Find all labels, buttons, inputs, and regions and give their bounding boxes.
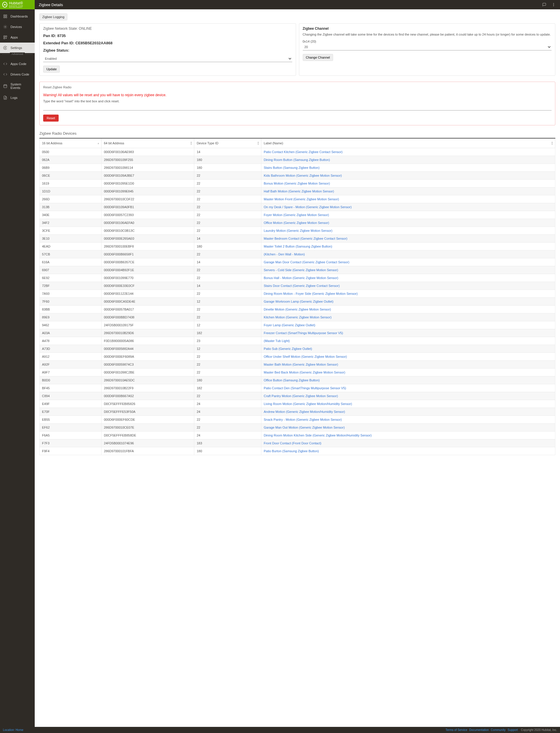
nav-settings[interactable]: Settings xyxy=(0,43,35,53)
device-link[interactable]: Patio Sub (Generic Zigbee Outlet) xyxy=(264,347,312,351)
cell-64bit: 000D6F000E33E0CF xyxy=(101,282,194,290)
cell-type: 24 xyxy=(194,408,261,416)
device-link[interactable]: Dining Room Button (Samsung Zigbee Butto… xyxy=(264,158,330,162)
device-link[interactable]: Master Motion Front (Generic Zigbee Moti… xyxy=(264,197,339,201)
nav-apps[interactable]: Apps xyxy=(0,32,35,43)
cell-type: 22 xyxy=(194,306,261,314)
devices-table: 16 bit Address▲ 64 bit Address▲▼ Device … xyxy=(39,138,555,455)
nav-dashboards[interactable]: Dashboards xyxy=(0,11,35,22)
device-link[interactable]: Master Bed Back Motion (Generic Zigbee M… xyxy=(264,370,345,374)
nav-drivers-code[interactable]: Drivers Code xyxy=(0,69,35,80)
col-64bit[interactable]: 64 bit Address▲▼ xyxy=(101,138,194,148)
device-link[interactable]: Servers - Cold Side (Generic Zigbee Moti… xyxy=(264,268,338,272)
device-link[interactable]: Foyer Motion (Generic Zigbee Motion Sens… xyxy=(264,213,329,217)
col-label[interactable]: Label (Name)▲▼ xyxy=(261,138,555,148)
apps-icon xyxy=(3,35,8,40)
nav-apps-code[interactable]: Apps Code xyxy=(0,59,35,69)
cell-type: 22 xyxy=(194,424,261,431)
chat-icon[interactable] xyxy=(542,2,547,7)
device-link[interactable]: Bonus Motion (Generic Zigbee Motion Sens… xyxy=(264,182,330,185)
cell-16bit: 57CB xyxy=(40,251,101,258)
cell-64bit: 286D9700010B29D6 xyxy=(101,329,194,337)
device-link[interactable]: Master Bath Motion (Generic Zigbee Motio… xyxy=(264,363,338,366)
zigbee-logging-button[interactable]: Zigbee Logging xyxy=(39,13,67,20)
device-link[interactable]: Dining Room Motion - Foyer Side (Generic… xyxy=(264,292,358,295)
device-link[interactable]: On my Desk / Spare - Motion (Generic Zig… xyxy=(264,205,351,209)
location-label: Location: Home xyxy=(3,728,23,732)
cell-64bit: 000D6F001099E845 xyxy=(101,188,194,195)
reset-warning: Warning! All values will be reset and yo… xyxy=(43,93,552,97)
cell-16bit: A9F7 xyxy=(40,368,101,376)
device-link[interactable]: (Master Tub Light) xyxy=(264,339,290,343)
device-link[interactable]: Dining Room Motion Kitchen Side (Generic… xyxy=(264,433,372,437)
device-link[interactable]: Kids Bathroom Motion (Generic Zigbee Mot… xyxy=(264,174,342,177)
channel-select[interactable]: 20 xyxy=(303,44,552,50)
device-link[interactable]: Dinette Motion (Generic Zigbee Motion Se… xyxy=(264,308,331,311)
device-link[interactable]: Freezer Contact (SmartThings Multipurpos… xyxy=(264,331,343,335)
table-row: 616A000D6F000B6357CE14Garage Man Door Co… xyxy=(40,258,555,266)
footer-community[interactable]: Community xyxy=(491,728,506,732)
device-link[interactable]: Office Under Shelf Motion (Generic Zigbe… xyxy=(264,355,347,358)
logo-icon xyxy=(2,2,7,8)
status-select[interactable]: Enabled xyxy=(43,55,292,62)
cell-type: 22 xyxy=(194,368,261,376)
nav-divider-advanced: Advanced xyxy=(2,54,32,57)
device-link[interactable]: Andrew Motion (Generic Zigbee Motion/Hum… xyxy=(264,410,345,413)
device-link[interactable]: Office Motion (Generic Zigbee Motion Sen… xyxy=(264,221,329,225)
cell-type: 22 xyxy=(194,392,261,400)
device-link[interactable]: Patio Contact Den (SmartThings Multipurp… xyxy=(264,386,346,390)
cell-64bit: 24FD5B0001074E96 xyxy=(101,439,194,447)
col-16bit[interactable]: 16 bit Address▲ xyxy=(40,138,101,148)
device-link[interactable]: Half Bath Motion (Generic Zigbee Motion … xyxy=(264,190,334,193)
col-type[interactable]: Device Type ID▲▼ xyxy=(194,138,261,148)
cell-type: 14 xyxy=(194,148,261,156)
table-row: 89E9000D6F000BBD743822Kitchen Motion (Ge… xyxy=(40,314,555,321)
brand-logo[interactable]: Hubitat® ELEVATE YOUR ENVIRONMENT xyxy=(0,0,35,9)
device-link[interactable]: Office Button (Samsung Zigbee Button) xyxy=(264,378,320,382)
device-link[interactable]: Master Toilet 2 Button (Samsung Zigbee B… xyxy=(264,245,332,248)
device-link[interactable]: Stairs Door Contact (Generic Zigbee Cont… xyxy=(264,284,339,288)
device-link[interactable]: Garage Workroom Lamp (Generic Zigbee Out… xyxy=(264,300,333,303)
nav-logs[interactable]: Logs xyxy=(0,92,35,103)
device-link[interactable]: Snack Pantry - Motion (Generic Zigbee Mo… xyxy=(264,418,342,421)
footer-docs[interactable]: Documentation xyxy=(469,728,489,732)
cell-type: 22 xyxy=(194,195,261,203)
device-link[interactable]: Patio Burton (Samsung Zigbee Button) xyxy=(264,449,319,453)
device-link[interactable]: Bonus Hall - Motion (Generic Zigbee Moti… xyxy=(264,276,338,280)
device-link[interactable]: Craft Pantry Motion (Generic Zigbee Moti… xyxy=(264,394,338,398)
cell-64bit: 000D6F000B667A52 xyxy=(101,392,194,400)
table-row: 1619000D6F001095E1D022Bonus Motion (Gene… xyxy=(40,180,555,188)
code-icon xyxy=(3,62,8,66)
device-link[interactable]: Master Bedroom Contact (Generic Zigbee C… xyxy=(264,237,347,240)
location-link[interactable]: Home xyxy=(15,728,23,732)
cell-type: 22 xyxy=(194,361,261,368)
reset-input[interactable] xyxy=(43,105,552,111)
device-link[interactable]: Garage Man Door Contact (Generic Zigbee … xyxy=(264,260,349,264)
settings-icon xyxy=(3,46,8,50)
change-channel-button[interactable]: Change Channel xyxy=(303,54,333,61)
nav-devices[interactable]: Devices xyxy=(0,22,35,32)
cell-64bit: 000D6F0005882A44 xyxy=(101,345,194,353)
device-link[interactable]: Front Door Contact (Front Door Contact) xyxy=(264,441,321,445)
device-link[interactable]: Garage Man Out Motion (Generic Zigbee Mo… xyxy=(264,426,345,429)
nav-system-events[interactable]: System Events xyxy=(0,80,35,92)
update-button[interactable]: Update xyxy=(43,66,60,73)
table-row: EF62286D9700010CE07E22Garage Man Out Mot… xyxy=(40,424,555,431)
cell-16bit: F6A5 xyxy=(40,431,101,439)
device-link[interactable]: (Kitchen - Den Wall - Motion) xyxy=(264,253,305,256)
cell-16bit: 616A xyxy=(40,258,101,266)
cell-type: 12 xyxy=(194,321,261,329)
svg-rect-6 xyxy=(6,36,7,37)
device-link[interactable]: Stairs Button (Samsung Zigbee Button) xyxy=(264,166,319,169)
device-link[interactable]: Foyer Lamp (Generic Zigbee Outlet) xyxy=(264,323,315,327)
device-link[interactable]: Kitchen Motion (Generic Zigbee Motion Se… xyxy=(264,316,331,319)
reset-button[interactable]: Reset xyxy=(43,115,59,122)
footer-tos[interactable]: Terms of Service xyxy=(446,728,467,732)
more-icon[interactable] xyxy=(551,2,556,7)
footer-support[interactable]: Support xyxy=(507,728,518,732)
device-link[interactable]: Living Room Motion (Generic Zigbee Motio… xyxy=(264,402,352,405)
device-link[interactable]: Patio Contact Kitchen (Generic Zigbee Co… xyxy=(264,150,342,154)
table-row: 3CFE000D6F0010C0B13C22Laundry Motion (Ge… xyxy=(40,227,555,235)
table-row: E70FD0CF5EFFFE53F50A24Andrew Motion (Gen… xyxy=(40,408,555,416)
device-link[interactable]: Laundry Motion (Generic Zigbee Motion Se… xyxy=(264,229,332,232)
